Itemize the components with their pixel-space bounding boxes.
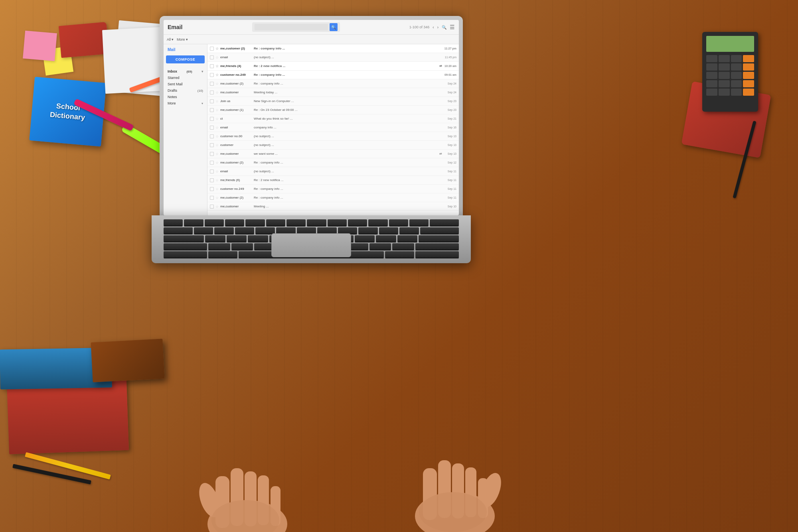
trackpad[interactable]	[271, 233, 351, 257]
key[interactable]	[379, 227, 399, 234]
more-button[interactable]: More ▾	[177, 37, 188, 41]
key-enter[interactable]	[420, 227, 459, 234]
email-star[interactable]: ☆	[215, 205, 219, 209]
email-list[interactable]: ☆ me,customer (2) Re : company info ... …	[207, 44, 459, 215]
email-star[interactable]: ☆	[215, 47, 219, 51]
email-star[interactable]: ☆	[215, 143, 219, 147]
email-star[interactable]: ☆	[215, 169, 219, 173]
email-checkbox[interactable]	[210, 73, 214, 77]
email-checkbox[interactable]	[210, 196, 214, 200]
email-row[interactable]: ☆ email company info ... Sep 16	[207, 123, 459, 132]
email-row[interactable]: ☆ ct What do you think so far! ... Sep 2…	[207, 114, 459, 123]
search-button[interactable]: 🔍	[330, 23, 338, 31]
key[interactable]	[399, 227, 419, 234]
email-row[interactable]: ☆ customer no.00 (no subject) ... Sep 13	[207, 132, 459, 141]
email-checkbox[interactable]	[210, 169, 214, 173]
key-shift-r2[interactable]	[415, 243, 459, 250]
key[interactable]	[286, 219, 306, 226]
email-row[interactable]: ☆ customer no.249 Re : company info ... …	[207, 71, 459, 79]
key[interactable]	[397, 235, 418, 242]
email-star[interactable]: ☆	[215, 134, 219, 138]
key[interactable]	[248, 235, 268, 242]
email-star[interactable]: ☆	[215, 73, 219, 77]
key[interactable]	[225, 219, 244, 226]
key[interactable]	[297, 227, 316, 234]
key[interactable]	[235, 227, 255, 234]
key[interactable]	[307, 219, 326, 226]
email-checkbox[interactable]	[210, 205, 214, 209]
search-bar[interactable]: 🔍	[252, 22, 340, 32]
email-checkbox[interactable]	[210, 47, 214, 51]
key[interactable]	[194, 227, 213, 234]
email-star[interactable]: ☆	[215, 161, 219, 165]
email-row[interactable]: ☆ me,customer (2) Re : company info ... …	[207, 44, 459, 53]
email-row[interactable]: ☆ me,customer Meeting ... Sep 10	[207, 202, 459, 211]
key-alt[interactable]	[208, 251, 237, 258]
email-row[interactable]: ☆ me,customer (1) Re : On 23 October at …	[207, 106, 459, 114]
key[interactable]	[368, 219, 387, 226]
search-input[interactable]	[255, 24, 328, 30]
email-star[interactable]: ☆	[215, 64, 219, 68]
key[interactable]	[376, 235, 396, 242]
nav-next-icon[interactable]: ›	[437, 25, 439, 30]
email-row[interactable]: ☆ me,customer (2) Re : company info ... …	[207, 79, 459, 88]
email-checkbox[interactable]	[210, 117, 214, 121]
key[interactable]	[231, 243, 253, 250]
key[interactable]	[205, 219, 224, 226]
email-star[interactable]: ☆	[215, 187, 219, 191]
email-star[interactable]: ☆	[215, 99, 219, 103]
email-star[interactable]: ☆	[215, 196, 219, 200]
key[interactable]	[348, 219, 367, 226]
key[interactable]	[317, 227, 337, 234]
key[interactable]	[164, 219, 183, 226]
key[interactable]	[389, 219, 408, 226]
email-row[interactable]: ☆ Join us New Sign-in on Computer ... Se…	[207, 97, 459, 106]
key-ctrl[interactable]	[164, 251, 207, 258]
email-checkbox[interactable]	[210, 82, 214, 86]
key[interactable]	[369, 243, 391, 250]
email-row[interactable]: ☆ me,friends (6) Re : 2 new notifica ...…	[207, 176, 459, 185]
key-backspace[interactable]	[430, 219, 459, 226]
key[interactable]	[355, 235, 375, 242]
sidebar-item-inbox[interactable]: Inbox (69) ▾	[166, 68, 205, 75]
key[interactable]	[392, 243, 414, 250]
key[interactable]	[184, 219, 203, 226]
email-star[interactable]: ☆	[215, 178, 219, 182]
email-checkbox[interactable]	[210, 99, 214, 103]
email-checkbox[interactable]	[210, 55, 214, 59]
email-star[interactable]: ☆	[215, 117, 219, 121]
key[interactable]	[266, 219, 285, 226]
mail-link[interactable]: Mail	[166, 47, 205, 52]
search-icon-top[interactable]: 🔍	[442, 25, 446, 30]
key-tab[interactable]	[164, 227, 193, 234]
email-checkbox[interactable]	[210, 152, 214, 156]
menu-icon[interactable]: ☰	[450, 24, 455, 30]
key-shift-r[interactable]	[419, 235, 459, 242]
email-star[interactable]: ☆	[215, 55, 219, 59]
key-ctrl-r[interactable]	[415, 251, 459, 258]
email-checkbox[interactable]	[210, 143, 214, 147]
key[interactable]	[255, 227, 275, 234]
all-button[interactable]: All ▾	[167, 37, 174, 41]
email-row[interactable]: ☆ customer (no subject) ... Sep 13	[207, 141, 459, 150]
key-caps[interactable]	[164, 235, 204, 242]
key-alt-r[interactable]	[385, 251, 414, 258]
email-row[interactable]: ☆ me,customer (2) Re : company info ... …	[207, 158, 459, 167]
sidebar-item-drafts[interactable]: Drafts (10)	[166, 87, 205, 94]
email-star[interactable]: ☆	[215, 108, 219, 112]
email-row[interactable]: ☆ me,customer we want some ... ⇄ Sep 13	[207, 150, 459, 158]
sidebar-item-starred[interactable]: Starred	[166, 75, 205, 81]
email-row[interactable]: ☆ me,customer Meeting today ... Sep 24	[207, 88, 459, 97]
email-row[interactable]: ☆ me,customer (2) Re : company info ... …	[207, 193, 459, 202]
email-checkbox[interactable]	[210, 134, 214, 138]
key[interactable]	[208, 243, 230, 250]
email-row[interactable]: ☆ email (no subject) ... Sep 11	[207, 167, 459, 176]
email-checkbox[interactable]	[210, 178, 214, 182]
email-checkbox[interactable]	[210, 64, 214, 68]
sidebar-item-sent-mail[interactable]: Sent Mail	[166, 81, 205, 87]
key[interactable]	[205, 235, 225, 242]
compose-button[interactable]: COMPOSE	[166, 55, 205, 63]
key[interactable]	[214, 227, 234, 234]
email-checkbox[interactable]	[210, 161, 214, 165]
email-star[interactable]: ☆	[215, 152, 219, 156]
